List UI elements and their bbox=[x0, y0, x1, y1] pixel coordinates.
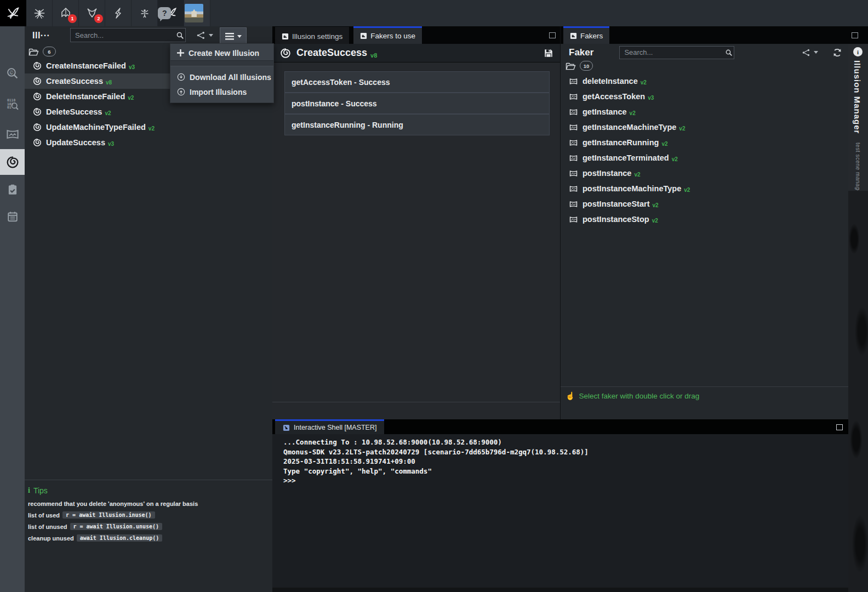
version-tag: v2 bbox=[684, 187, 690, 193]
faker-item[interactable]: getInstance v2 bbox=[561, 104, 849, 119]
illusion-hierarchy-button[interactable] bbox=[196, 31, 213, 40]
faker-search-input[interactable] bbox=[620, 48, 725, 56]
swirl-illusion-icon bbox=[6, 156, 19, 169]
illusion-item[interactable]: UpdateSuccess v3 bbox=[25, 135, 272, 150]
rail-faker-button[interactable] bbox=[0, 122, 25, 147]
nav-helm-button[interactable]: 1 bbox=[53, 0, 79, 26]
tab-illusion-settings[interactable]: Illusion settings bbox=[275, 27, 349, 44]
faker-item[interactable]: postInstanceStop v2 bbox=[561, 212, 849, 227]
swirl-illusion-icon bbox=[33, 61, 42, 70]
panorama-icon bbox=[569, 215, 578, 224]
avatar bbox=[185, 4, 203, 22]
app-logo[interactable] bbox=[0, 0, 26, 26]
faker-hierarchy-button[interactable] bbox=[802, 48, 818, 57]
rail-code-search-button[interactable]: 011010101 bbox=[0, 91, 25, 116]
panorama-icon bbox=[569, 77, 578, 86]
tip-row: list of used r = await Illusion.inuse() bbox=[28, 511, 272, 519]
nav-bug-button[interactable] bbox=[132, 0, 158, 26]
faker-in-use-card[interactable]: getAccessToken - Success bbox=[284, 71, 550, 93]
search-icon[interactable] bbox=[725, 49, 736, 56]
faker-in-use-card[interactable]: postInstance - Success bbox=[284, 93, 550, 114]
menu-item-import-illusions[interactable]: Import Illusions bbox=[170, 84, 273, 99]
shell-window-icon bbox=[283, 424, 290, 431]
info-circle-icon[interactable] bbox=[853, 47, 863, 56]
folder-count-badge: 10 bbox=[580, 61, 593, 71]
chevron-down-icon bbox=[814, 51, 818, 54]
lightning-icon bbox=[112, 7, 125, 20]
illusion-folder-row[interactable]: 6 bbox=[28, 47, 56, 56]
faker-refresh-button[interactable] bbox=[832, 48, 842, 58]
tip-row: cleanup unused await Illusion.cleanup() bbox=[28, 534, 272, 542]
tab-interactive-shell[interactable]: Interactive Shell [MASTER] bbox=[275, 419, 384, 434]
hand-pointer-icon bbox=[566, 391, 575, 400]
maximize-icon[interactable] bbox=[549, 32, 556, 38]
illusion-menu-dropdown: Create New Illusion Download All Illusio… bbox=[170, 43, 274, 103]
nav-horned-button[interactable]: 2 bbox=[79, 0, 105, 26]
faker-item[interactable]: getAccessToken v3 bbox=[561, 89, 849, 104]
info-icon bbox=[28, 486, 30, 495]
illusion-search-input[interactable] bbox=[71, 31, 176, 39]
illusion-item[interactable]: UpdateMachineTypeFailed v2 bbox=[25, 119, 272, 135]
faker-item[interactable]: getInstanceTerminated v2 bbox=[561, 150, 849, 166]
version-tag: v2 bbox=[652, 218, 658, 224]
illusion-menu-button[interactable] bbox=[220, 27, 247, 45]
fakers-header: Faker bbox=[561, 44, 849, 61]
rail-illusion-button[interactable] bbox=[0, 149, 25, 175]
swirl-illusion-icon bbox=[33, 92, 42, 101]
nav-lightning-button[interactable] bbox=[105, 0, 132, 26]
faker-item[interactable]: getInstanceMachineType v2 bbox=[561, 119, 849, 135]
rail-tasks-button[interactable] bbox=[0, 177, 25, 202]
binary-search-icon: 011010101 bbox=[6, 98, 19, 110]
fakers-panel: Fakers Faker bbox=[560, 26, 849, 419]
save-icon[interactable] bbox=[544, 48, 553, 58]
right-side-strip: Illusion Manager test scene management bbox=[848, 26, 868, 592]
help-bubble-icon bbox=[158, 7, 171, 19]
svg-text:©: © bbox=[9, 69, 14, 75]
faker-item[interactable]: postInstanceMachineType v2 bbox=[561, 181, 849, 196]
spider-icon bbox=[32, 6, 47, 20]
swirl-illusion-icon bbox=[33, 138, 42, 147]
maximize-icon[interactable] bbox=[852, 32, 858, 38]
swirl-illusion-icon bbox=[33, 107, 42, 116]
faker-item[interactable]: postInstanceStart v2 bbox=[561, 196, 849, 212]
menu-item-create-new-illusion[interactable]: Create New Illusion bbox=[170, 45, 273, 60]
version-tag: v2 bbox=[634, 172, 640, 178]
illusion-item[interactable]: DeleteSuccess v2 bbox=[25, 104, 272, 119]
panorama-icon bbox=[569, 93, 578, 101]
menu-item-download-all-illusions[interactable]: Download All Illusions bbox=[170, 70, 273, 84]
faker-item[interactable]: getInstanceRunning v2 bbox=[561, 135, 849, 150]
interactive-shell-panel: Interactive Shell [MASTER] ...Connecting… bbox=[272, 419, 848, 592]
faker-folder-row[interactable]: 10 bbox=[566, 61, 593, 71]
panorama-icon bbox=[569, 154, 578, 162]
search-icon[interactable] bbox=[176, 31, 188, 39]
notification-badge: 2 bbox=[94, 14, 103, 23]
tab-fakers-to-use[interactable]: Fakers to use bbox=[353, 26, 422, 44]
tab-fakers[interactable]: Fakers bbox=[563, 26, 609, 44]
svg-text:01: 01 bbox=[7, 105, 12, 109]
illusion-detail-panel: Illusion settings Fakers to use CreateSu… bbox=[272, 26, 560, 419]
swirl-illusion-icon bbox=[33, 123, 42, 132]
maximize-icon[interactable] bbox=[836, 424, 843, 430]
rail-search-copyright-button[interactable]: © bbox=[0, 60, 25, 86]
faker-item[interactable]: deleteInstance v2 bbox=[561, 73, 849, 89]
version-tag: v3 bbox=[648, 95, 654, 101]
panorama-icon bbox=[569, 200, 578, 208]
panorama-icon bbox=[569, 169, 578, 178]
strip-artwork bbox=[848, 191, 868, 592]
tip-code: await Illusion.cleanup() bbox=[77, 534, 163, 542]
swirl-logo-icon bbox=[5, 5, 21, 21]
fakers-tabbar: Fakers bbox=[561, 26, 849, 44]
tip-code: r = await Illusion.unuse() bbox=[70, 523, 163, 530]
faker-search bbox=[619, 46, 734, 59]
shell-output[interactable]: ...Connecting To : 10.98.52.68:9000(10.9… bbox=[283, 437, 837, 486]
panel-title: Ill··· bbox=[32, 31, 50, 41]
faker-in-use-card[interactable]: getInstanceRunning - Running bbox=[284, 114, 550, 135]
nav-spider-button[interactable] bbox=[26, 0, 53, 26]
faker-item[interactable]: postInstance v2 bbox=[561, 166, 849, 181]
rail-calendar-button[interactable] bbox=[0, 204, 25, 229]
arrow-up-circle-icon bbox=[177, 88, 185, 96]
swirl-illusion-icon bbox=[33, 77, 42, 86]
tip-row: list of unused r = await Illusion.unuse(… bbox=[28, 523, 272, 530]
tip-code: r = await Illusion.inuse() bbox=[62, 511, 155, 519]
version-tag: v2 bbox=[630, 110, 636, 116]
